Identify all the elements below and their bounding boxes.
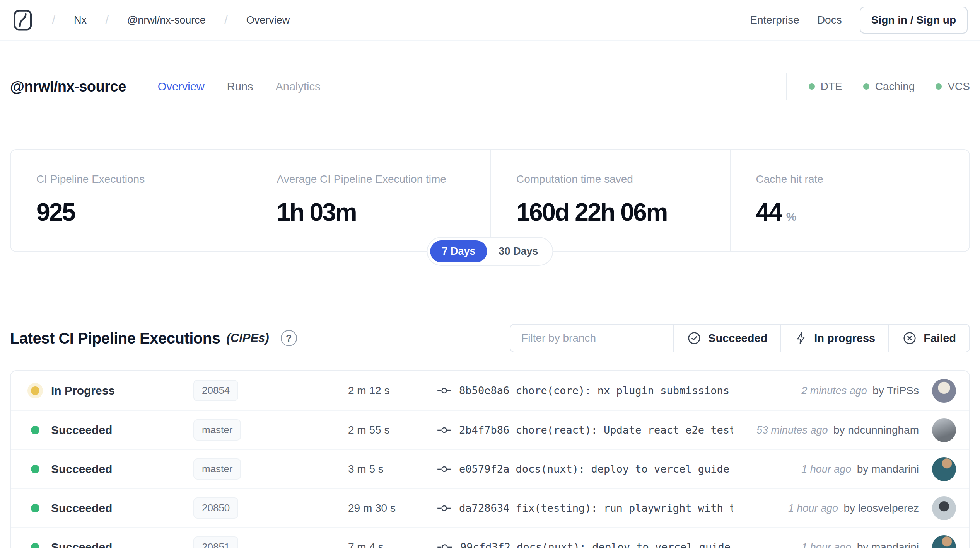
author: by mandarini [857,463,919,475]
git-commit-icon [437,425,451,435]
stat-label: Cache hit rate [756,173,962,186]
git-commit-icon [437,464,451,474]
breadcrumb-separator: / [52,13,55,27]
stat-unit: % [786,210,797,223]
sign-in-button[interactable]: Sign in / Sign up [860,7,968,34]
table-row[interactable]: Succeeded master 3 m 5 s e0579f2a docs(n… [11,449,969,488]
author: by ndcunningham [833,424,919,436]
stat-label: Average CI Pipeline Execution time [277,173,483,186]
stat-computation-time-saved: Computation time saved 160d 22h 06m [490,150,730,251]
divider [142,70,142,104]
help-icon[interactable]: ? [281,330,297,346]
git-commit-icon [437,503,451,513]
navbar-actions: Enterprise Docs Sign in / Sign up [750,7,968,34]
feature-caching: Caching [863,80,915,93]
feature-vcs: VCS [936,80,970,93]
divider [786,73,787,100]
status-label: In Progress [51,384,115,397]
table-row[interactable]: Succeeded 20851 7 m 4 s 99cfd3f2 docs(nu… [11,527,969,548]
tab-analytics[interactable]: Analytics [275,80,320,93]
breadcrumb-page[interactable]: Overview [246,14,290,26]
table-row[interactable]: Succeeded master 2 m 55 s 2b4f7b86 chore… [11,410,969,449]
author: by leosvelperez [843,502,919,514]
commit-message: e0579f2a docs(nuxt): deploy to vercel gu… [459,463,733,475]
avatar [932,457,956,481]
succeeded-dot-icon [31,465,39,473]
filter-label: Succeeded [708,332,767,345]
docs-link[interactable]: Docs [817,14,842,26]
git-commit-icon [437,386,451,396]
tab-overview[interactable]: Overview [158,80,205,93]
succeeded-dot-icon [31,543,39,548]
filter-in-progress-button[interactable]: In progress [780,325,888,352]
feature-status-group: DTE Caching VCS [786,73,970,100]
author: by TriPSs [872,385,919,397]
duration: 7 m 4 s [348,541,437,548]
duration: 29 m 30 s [348,502,437,514]
feature-label: Caching [875,80,915,93]
filter-label: Failed [924,332,956,345]
stat-value: 160d 22h 06m [516,198,667,226]
project-tabs: Overview Runs Analytics [158,80,321,93]
status-label: Succeeded [51,541,112,548]
author: by mandarini [857,541,919,548]
stat-cache-hit-rate: Cache hit rate 44 % [730,150,970,251]
stat-label: CI Pipeline Executions [36,173,243,186]
section-title: Latest CI Pipeline Executions [10,330,220,347]
commit-message: 8b50e8a6 chore(core): nx plugin submissi… [459,385,733,397]
bolt-icon [794,331,808,345]
status-label: Succeeded [51,424,112,437]
git-commit-icon [437,542,452,548]
branch-filter-input[interactable] [510,325,673,352]
tab-runs[interactable]: Runs [227,80,253,93]
ref-badge: 20854 [193,380,238,401]
top-navbar: / Nx / @nrwl/nx-source / Overview Enterp… [0,0,980,41]
breadcrumb-project[interactable]: @nrwl/nx-source [127,14,206,26]
ref-badge: master [193,419,241,441]
feature-label: DTE [821,80,842,93]
avatar [932,418,956,442]
project-title: @nrwl/nx-source [10,78,126,95]
project-header: @nrwl/nx-source Overview Runs Analytics … [0,65,980,108]
stat-average-execution-time: Average CI Pipeline Execution time 1h 03… [251,150,490,251]
breadcrumb-separator: / [224,13,228,27]
time-ago: 1 hour ago [788,502,838,514]
ref-badge: 20850 [193,497,238,519]
time-ago: 2 minutes ago [801,385,867,397]
avatar [932,496,956,520]
green-dot-icon [809,83,815,90]
check-circle-icon [687,331,702,345]
date-range-toggle: 7 Days 30 Days [427,237,553,266]
filter-failed-button[interactable]: Failed [888,325,969,352]
breadcrumb-separator: / [105,13,109,27]
filter-group: Succeeded In progress Failed [510,324,970,352]
commit-message: da728634 fix(testing): run playwright wi… [459,502,733,514]
nx-cloud-logo-icon[interactable] [12,9,33,31]
duration: 3 m 5 s [348,463,437,475]
feature-badges: DTE Caching VCS [809,80,970,93]
enterprise-link[interactable]: Enterprise [750,14,799,26]
stat-value: 44 [756,198,782,226]
ref-badge: 20851 [193,536,238,548]
status-label: Succeeded [51,502,112,515]
in-progress-dot-icon [31,386,39,395]
time-ago: 53 minutes ago [756,424,828,436]
section-tag: (CIPEs) [226,331,269,345]
status-label: Succeeded [51,463,112,476]
time-ago: 1 hour ago [801,541,851,548]
range-7-days-button[interactable]: 7 Days [430,240,487,262]
duration: 2 m 12 s [348,385,437,397]
feature-dte: DTE [809,80,842,93]
breadcrumb-home[interactable]: Nx [74,14,87,26]
avatar [932,379,956,403]
avatar [932,535,956,548]
stat-value: 1h 03m [277,198,357,226]
filter-succeeded-button[interactable]: Succeeded [673,325,780,352]
succeeded-dot-icon [31,426,39,434]
range-30-days-button[interactable]: 30 Days [487,240,550,262]
succeeded-dot-icon [31,504,39,512]
breadcrumb: / Nx / @nrwl/nx-source / Overview [12,9,290,31]
duration: 2 m 55 s [348,424,437,436]
table-row[interactable]: In Progress 20854 2 m 12 s 8b50e8a6 chor… [11,371,969,410]
table-row[interactable]: Succeeded 20850 29 m 30 s da728634 fix(t… [11,488,969,527]
